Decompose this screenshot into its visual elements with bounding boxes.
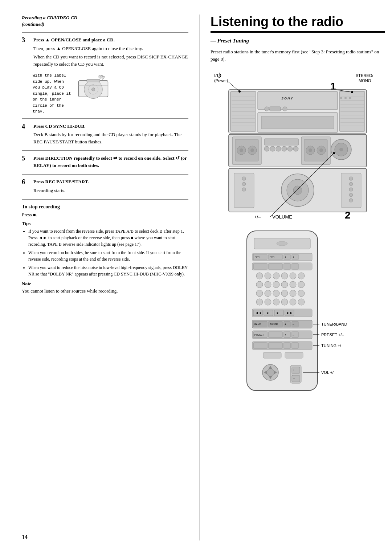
step-6: 6 Press REC PAUSE/START. Recording start…: [22, 178, 188, 195]
note-title: Note: [22, 281, 188, 287]
tips-section: Tips If you want to record from the reve…: [22, 221, 188, 277]
remote-svg: □□□ □□□ + +: [211, 227, 385, 401]
svg-text:PRESET: PRESET: [254, 334, 264, 336]
svg-text:I/⏻: I/⏻: [214, 73, 221, 78]
svg-point-115: [290, 281, 296, 288]
svg-point-64: [339, 148, 343, 151]
svg-point-52: [309, 148, 312, 152]
svg-point-71: [349, 182, 353, 186]
stereo-diagram: I/⏻ (Power) STEREO/ MONO 1: [211, 70, 385, 224]
step-3-sub2: When the CD you want to record is not se…: [33, 53, 188, 68]
svg-text:–: –: [293, 323, 294, 326]
svg-point-105: [256, 273, 263, 279]
cd-label-line7: tray.: [33, 109, 45, 114]
stop-recording-section: To stop recording Press ■.: [22, 204, 188, 218]
tip-3: When you want to reduce the hiss noise i…: [28, 264, 188, 277]
step-6-main: Press REC PAUSE/START.: [33, 179, 89, 184]
step-4: 4 Press CD SYNC HI-DUB. Deck B stands by…: [22, 123, 188, 147]
svg-point-59: [282, 146, 287, 151]
page-title: Listening to the radio: [211, 15, 385, 33]
svg-point-122: [298, 290, 305, 297]
svg-rect-103: [284, 264, 290, 269]
svg-point-90: [277, 241, 287, 246]
svg-text:VOL +/–: VOL +/–: [321, 370, 336, 375]
svg-text:►: ►: [276, 311, 279, 315]
svg-point-114: [281, 281, 288, 288]
divider-3: [22, 150, 188, 151]
svg-rect-157: [269, 343, 282, 348]
svg-point-57: [270, 146, 275, 151]
step-3-content: Press ▲ OPEN/CLOSE and place a CD. Then,…: [33, 36, 188, 69]
svg-point-106: [265, 273, 271, 279]
svg-point-109: [290, 273, 296, 279]
cd-label-line6: circle of the: [33, 103, 64, 108]
svg-point-78: [242, 188, 246, 191]
svg-point-125: [273, 299, 279, 305]
svg-point-72: [349, 188, 353, 191]
svg-point-118: [265, 290, 271, 297]
step-4-sub1: Deck B stands by for recording and the C…: [33, 131, 188, 145]
svg-text:+: +: [285, 323, 286, 326]
svg-text:STEREO/: STEREO/: [356, 73, 373, 78]
svg-point-87: [333, 152, 335, 154]
svg-text:–: –: [293, 377, 295, 380]
step-6-content: Press REC PAUSE/START. Recording starts.: [33, 178, 188, 195]
svg-text:BAND: BAND: [254, 323, 261, 326]
svg-point-119: [273, 290, 279, 297]
svg-point-113: [273, 281, 279, 288]
svg-text:+: +: [293, 256, 294, 259]
tip-2: When you record on both sides, be sure t…: [28, 249, 188, 262]
svg-text:◄: ◄: [266, 311, 269, 315]
svg-point-76: [242, 177, 246, 180]
svg-point-46: [240, 148, 243, 152]
svg-point-74: [349, 199, 353, 202]
right-column: Listening to the radio — Preset Tuning P…: [200, 15, 385, 540]
svg-text:+: +: [293, 368, 295, 372]
svg-point-70: [349, 177, 353, 180]
svg-text:–: –: [293, 333, 294, 336]
svg-point-82: [238, 90, 241, 93]
step-3-sub1: Then, press ▲ OPEN/CLOSE again to close …: [33, 45, 188, 52]
svg-point-117: [256, 290, 263, 297]
cd-illustration: With the label side up. When you play a …: [33, 73, 188, 115]
svg-point-116: [298, 281, 305, 288]
svg-point-77: [242, 182, 246, 186]
step-6-sub1: Recording starts.: [33, 187, 188, 194]
svg-text:(Power): (Power): [214, 78, 228, 83]
svg-point-163: [267, 369, 274, 376]
svg-point-120: [281, 290, 288, 297]
step-4-main: Press CD SYNC HI-DUB.: [33, 123, 85, 129]
svg-text:TUNER/BAND: TUNER/BAND: [321, 322, 347, 326]
step-5-content: Press DIRECTION repeatedly to select ⇌ t…: [33, 155, 188, 170]
note-text: You cannot listen to other sources while…: [22, 288, 188, 294]
svg-point-56: [264, 146, 269, 151]
svg-point-124: [265, 299, 271, 305]
step-5: 5 Press DIRECTION repeatedly to select ⇌…: [22, 155, 188, 170]
cd-label-line1: With the label: [33, 73, 66, 78]
svg-text:TUNING +/–: TUNING +/–: [321, 343, 344, 348]
section-header-line1: Recording a CD/VIDEO CD: [22, 15, 77, 20]
svg-point-123: [256, 299, 263, 305]
svg-text:TUNER: TUNER: [270, 323, 278, 326]
svg-text:◄◄: ◄◄: [255, 311, 262, 315]
svg-rect-158: [284, 343, 290, 348]
svg-point-60: [287, 146, 293, 151]
cd-label-line4: single, place it: [33, 91, 71, 96]
svg-text:SONY: SONY: [281, 97, 294, 100]
svg-point-111: [256, 281, 263, 288]
divider-4: [22, 174, 188, 175]
stereo-svg: I/⏻ (Power) STEREO/ MONO 1: [211, 70, 385, 222]
remote-diagram: □□□ □□□ + +: [211, 227, 385, 403]
cd-label-line3: you play a CD: [33, 85, 64, 90]
svg-point-128: [298, 299, 305, 305]
page-number: 14: [22, 534, 28, 540]
svg-point-34: [340, 97, 342, 99]
svg-point-112: [265, 281, 271, 288]
step-4-content: Press CD SYNC HI-DUB. Deck B stands by f…: [33, 123, 188, 147]
divider-2: [22, 118, 188, 119]
step-5-main: Press DIRECTION repeatedly to select ⇌ t…: [33, 155, 187, 168]
svg-rect-161: [285, 352, 303, 358]
svg-rect-4: [87, 79, 100, 82]
svg-text:□□□: □□□: [270, 256, 274, 258]
svg-point-35: [344, 97, 347, 99]
